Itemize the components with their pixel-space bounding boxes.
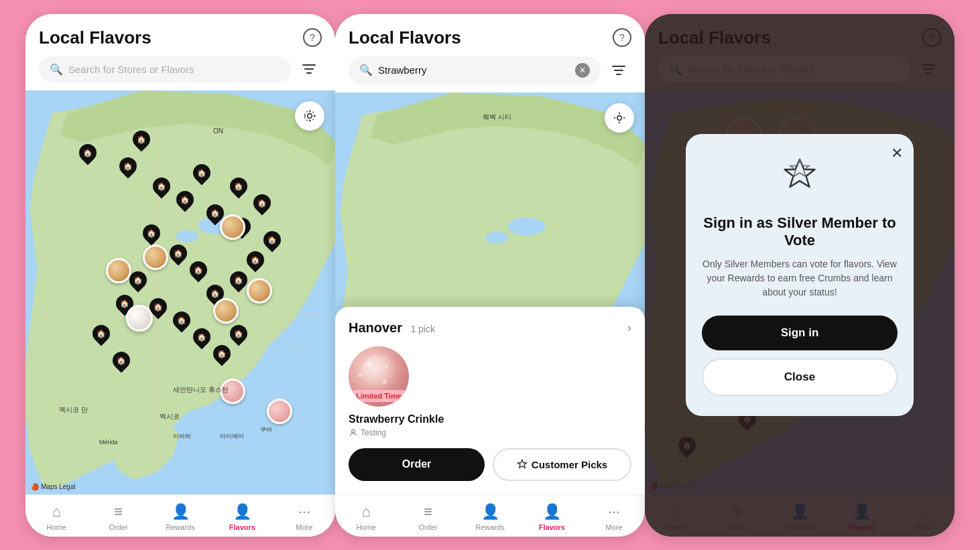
screen-3: Local Flavors ? 🔍 Search for Stores or F…	[645, 14, 955, 537]
nav-home-1[interactable]: ⌂ Home	[25, 500, 87, 534]
more-icon-2: ···	[608, 503, 620, 521]
help-button-1[interactable]: ?	[303, 28, 322, 47]
cookie-marker[interactable]	[247, 278, 272, 303]
close-button[interactable]: Close	[702, 358, 898, 396]
map-area-1[interactable]: 🏠 🏠 🏠 🏠 🏠 🏠 🏠 🏠	[25, 90, 335, 494]
screen-1: Local Flavors ? 🔍 Search for Stores or F…	[25, 14, 335, 537]
nav-rewards-label-1: Rewards	[166, 523, 194, 531]
nav-order-label-2: Order	[419, 523, 438, 531]
nav-flavors-2[interactable]: 👤 Flavors	[521, 500, 583, 534]
nav-more-label-1: More	[296, 523, 312, 531]
svg-point-18	[352, 429, 355, 433]
bottom-nav-1: ⌂ Home ≡ Order 👤 Rewards 👤 Flavors ··· M…	[25, 494, 335, 537]
svg-point-9	[308, 113, 312, 118]
cookie-marker[interactable]	[213, 298, 239, 324]
cookie-status: Testing	[349, 428, 386, 437]
nav-flavors-1[interactable]: 👤 Flavors	[211, 500, 273, 534]
header-1: Local Flavors ? 🔍 Search for Stores or F…	[25, 14, 335, 90]
maps-credit-1: 🍎Maps Legal	[31, 483, 76, 490]
cookie-marker[interactable]	[220, 214, 245, 240]
nav-rewards-1[interactable]: 👤 Rewards	[149, 500, 211, 534]
store-popup: Hanover 1 pick ›	[335, 307, 645, 494]
modal-card: ✕ Sign in as Silver Member to Vote Only …	[686, 134, 914, 416]
map-area-2[interactable]: 퀘벡 시티 콜로도 맨체스터 올버니 매사추세츠 스프링필드 우스터 프로비던스…	[335, 92, 645, 494]
more-icon-1: ···	[298, 503, 310, 521]
search-icon-2: 🔍	[359, 64, 373, 76]
svg-point-15	[508, 217, 546, 235]
nav-more-2[interactable]: ··· More	[583, 500, 645, 534]
customer-picks-button[interactable]: Customer Picks	[493, 448, 631, 481]
cookie-marker[interactable]	[106, 258, 131, 283]
search-icon-1: 🔍	[50, 63, 63, 76]
nav-home-label-2: Home	[357, 523, 376, 531]
cookie-marker[interactable]	[143, 245, 168, 270]
nav-rewards-2[interactable]: 👤 Rewards	[459, 500, 521, 534]
home-icon-1: ⌂	[52, 503, 61, 521]
svg-point-16	[485, 231, 507, 243]
nav-home-label-1: Home	[47, 523, 66, 531]
rewards-icon-1: 👤	[172, 503, 190, 521]
clear-button-2[interactable]: ✕	[575, 63, 590, 78]
svg-point-17	[617, 115, 622, 120]
search-placeholder-1: Search for Stores or Flavors	[68, 64, 194, 75]
header-2: Local Flavors ? 🔍 Strawberry ✕	[335, 14, 645, 92]
rewards-icon-2: 👤	[481, 503, 499, 521]
nav-home-2[interactable]: ⌂ Home	[335, 500, 397, 534]
nav-more-label-2: More	[605, 523, 622, 531]
modal-close-button[interactable]: ✕	[891, 145, 903, 162]
order-icon-2: ≡	[424, 503, 432, 521]
nav-flavors-label-2: Flavors	[539, 523, 565, 531]
modal-description: Only Silver Members can vote for flavors…	[702, 257, 898, 299]
limited-badge: Limited Time	[349, 389, 408, 401]
popup-arrow[interactable]: ›	[627, 321, 631, 335]
modal-title: Sign in as Silver Member to Vote	[702, 214, 898, 249]
nav-flavors-label-1: Flavors	[229, 523, 255, 531]
modal-star-icon	[702, 154, 898, 204]
location-button-2[interactable]	[605, 103, 634, 133]
cookie-name: Strawberry Crinkle	[349, 413, 444, 425]
nav-order-1[interactable]: ≡ Order	[87, 500, 149, 534]
cookie-image: Limited Time	[349, 346, 409, 407]
popup-store-name: Hanover	[349, 320, 402, 335]
svg-point-5	[176, 230, 198, 242]
nav-more-1[interactable]: ··· More	[273, 500, 335, 534]
flavors-icon-2: 👤	[543, 503, 561, 521]
nav-rewards-label-2: Rewards	[475, 523, 504, 531]
order-button[interactable]: Order	[349, 448, 485, 481]
cookie-item: Limited Time Strawberry Crinkle Testing	[349, 346, 631, 437]
search-bar-2[interactable]: 🔍 Strawberry ✕	[349, 56, 601, 84]
nav-order-label-1: Order	[109, 523, 128, 531]
order-icon-1: ≡	[114, 503, 123, 521]
filter-button-1[interactable]	[296, 56, 322, 82]
signin-button[interactable]: Sign in	[702, 316, 898, 350]
app-title-1: Local Flavors	[39, 27, 151, 48]
popup-pick-count: 1 pick	[410, 324, 435, 334]
help-button-2[interactable]: ?	[613, 28, 631, 47]
app-title-2: Local Flavors	[349, 27, 461, 48]
modal-overlay: ✕ Sign in as Silver Member to Vote Only …	[645, 14, 955, 537]
bottom-nav-2: ⌂ Home ≡ Order 👤 Rewards 👤 Flavors ··· M…	[335, 494, 645, 537]
cookie-marker-special[interactable]	[126, 305, 153, 332]
svg-point-10	[305, 111, 315, 121]
nav-order-2[interactable]: ≡ Order	[397, 500, 458, 534]
search-value-2: Strawberry	[378, 64, 427, 76]
search-bar-1[interactable]: 🔍 Search for Stores or Flavors	[39, 56, 291, 82]
screen-2: Local Flavors ? 🔍 Strawberry ✕	[335, 14, 645, 537]
cookie-marker-pink[interactable]	[267, 399, 292, 424]
filter-button-2[interactable]	[606, 58, 631, 83]
location-button-1[interactable]	[295, 101, 324, 131]
flavors-icon-1: 👤	[233, 503, 251, 521]
home-icon-2: ⌂	[362, 503, 371, 521]
